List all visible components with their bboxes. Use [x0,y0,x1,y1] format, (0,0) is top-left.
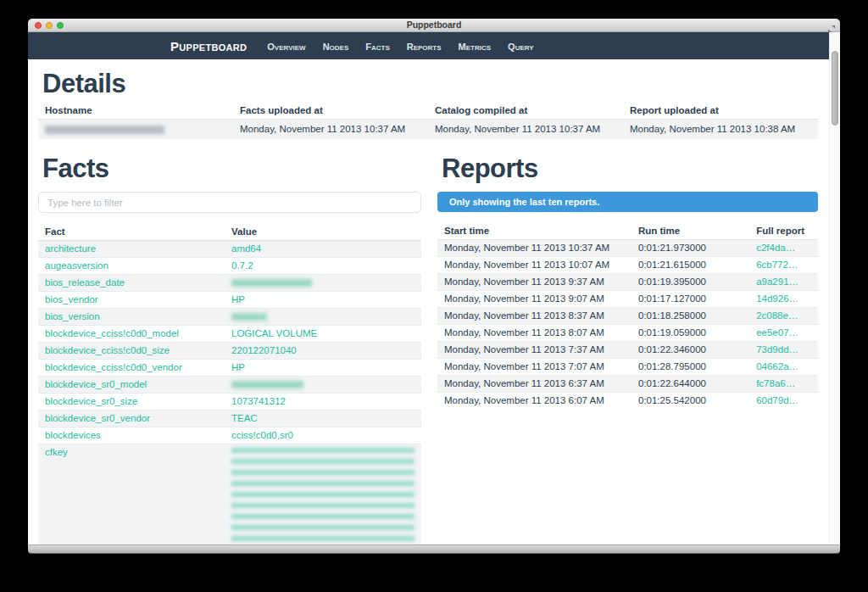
nav-item-overview[interactable]: Overview [267,42,305,52]
report-hash-cell: a9a291… [749,274,818,291]
facts-uploaded-value: Monday, November 11 2013 10:37 AM [233,120,428,140]
full-report-link[interactable]: 2c088e… [756,310,798,321]
full-report-link[interactable]: fc78a6… [756,378,795,388]
fact-value: HP [231,362,245,372]
facts-filter-input[interactable] [38,192,421,213]
report-start-time: Monday, November 11 2013 9:07 AM [437,291,632,308]
fact-link[interactable]: blockdevices [45,430,101,440]
table-row: Monday, November 11 2013 7:37 AM0:01:22.… [437,342,818,359]
zoom-button[interactable] [57,22,64,29]
fact-link[interactable]: bios_release_date [45,277,125,288]
fact-link[interactable]: cfkey [45,447,68,457]
table-row: blockdevice_cciss!c0d0_vendorHP [38,360,421,377]
table-row: Monday, November 11 2013 10:37 AM0:01:21… [437,240,818,257]
nav-item-nodes[interactable]: Nodes [323,42,349,52]
fact-name-cell: augeasversion [38,258,225,275]
nav-item-query[interactable]: Query [508,42,534,52]
fact-name-cell: architecture [38,241,225,258]
fact-link[interactable]: blockdevice_cciss!c0d0_model [45,328,179,338]
report-start-time: Monday, November 11 2013 10:07 AM [437,257,632,274]
facts-table: FactValue architectureamd64augeasversion… [38,223,421,545]
scrollbar [829,32,840,545]
fact-link[interactable]: blockdevice_sr0_model [45,379,147,389]
fact-name-cell: blockdevice_cciss!c0d0_vendor [38,360,225,377]
fact-value-cell: 220122071040 [225,343,421,360]
full-report-link[interactable]: c2f4da… [756,243,795,253]
full-report-link[interactable]: 73d9dd… [756,344,798,355]
fact-value-cell [225,275,421,292]
table-row: Monday, November 11 2013 10:07 AM0:01:21… [437,257,818,274]
nav-list-item: Facts [365,38,390,53]
report-run-time: 0:01:22.644000 [632,376,749,393]
reports-table-body: Monday, November 11 2013 10:37 AM0:01:21… [437,240,818,410]
report-run-time: 0:01:19.395000 [632,274,749,291]
fact-link[interactable]: blockdevice_cciss!c0d0_size [45,345,170,355]
facts-head-row: FactValue [38,223,421,241]
fact-link[interactable]: blockdevice_sr0_size [45,396,137,406]
full-report-link[interactable]: 14d926… [756,293,798,304]
table-row: blockdevice_sr0_model [38,377,421,394]
nav-list-item: Reports [407,38,442,53]
details-heading: Details [42,70,818,98]
full-report-link[interactable]: 04662a… [756,361,798,371]
fact-value-cell: amd64 [225,241,421,258]
fact-link[interactable]: augeasversion [45,260,108,271]
table-row: augeasversion0.7.2 [38,258,421,275]
redacted-hostname [45,126,164,134]
window-title: Puppetboard [28,19,840,31]
nav-list-item: Metrics [459,38,492,53]
full-report-link[interactable]: 60d79d… [756,395,798,405]
nav-item-reports[interactable]: Reports [407,42,442,52]
report-hash-cell: 2c088e… [749,308,818,325]
table-row: Monday, November 11 2013 8:37 AM0:01:18.… [437,308,818,325]
details-col-header: Hostname [38,102,233,120]
redacted-value [231,381,303,388]
fact-link[interactable]: bios_vendor [45,294,98,304]
scrollbar-thumb[interactable] [832,51,838,126]
report-hash-cell: c2f4da… [749,240,818,257]
fact-value: cciss!c0d0,sr0 [231,430,293,440]
hostname-value [38,120,233,140]
report-hash-cell: 60d79d… [749,393,818,410]
window-titlebar[interactable]: Puppetboard [28,19,840,32]
report-run-time: 0:01:19.059000 [632,325,749,342]
fact-value-cell: LOGICAL VOLUME [225,326,421,343]
table-row: bios_release_date [38,275,421,292]
redacted-value-block [231,448,415,543]
fact-value-cell: HP [225,360,421,377]
nav-item-metrics[interactable]: Metrics [459,42,492,52]
navbar-brand[interactable]: Puppetboard [170,39,247,53]
fact-link[interactable]: blockdevice_cciss!c0d0_vendor [45,362,182,372]
nav-list-item: Query [508,38,534,53]
close-button[interactable] [35,22,42,29]
fact-value-cell [225,309,421,326]
fact-value-cell: TEAC [225,410,421,427]
details-table: HostnameFacts uploaded atCatalog compile… [38,102,818,139]
table-row: cfkey [38,444,421,545]
nav-item-facts[interactable]: Facts [365,42,390,52]
nav-list-item: Overview [267,38,305,53]
catalog-compiled-value: Monday, November 11 2013 10:37 AM [428,120,623,140]
report-hash-cell: ee5e07… [749,325,818,342]
fact-link[interactable]: bios_version [45,311,100,321]
table-row: bios_vendorHP [38,292,421,309]
details-col-header: Facts uploaded at [233,102,428,120]
fact-name-cell: blockdevice_cciss!c0d0_model [38,326,225,343]
details-col-header: Report uploaded at [623,102,818,120]
minimize-button[interactable] [46,22,53,29]
fact-link[interactable]: blockdevice_sr0_vendor [45,413,150,423]
table-row: blockdevicescciss!c0d0,sr0 [38,427,421,444]
report-start-time: Monday, November 11 2013 8:37 AM [437,308,632,325]
report-run-time: 0:01:22.346000 [632,342,749,359]
table-row: architectureamd64 [38,241,421,258]
fullscreen-icon[interactable] [827,21,836,30]
details-row: Monday, November 11 2013 10:37 AM Monday… [38,120,818,140]
full-report-link[interactable]: a9a291… [756,276,798,287]
report-hash-cell: 04662a… [749,359,818,376]
fact-link[interactable]: architecture [45,243,96,254]
table-row: Monday, November 11 2013 6:07 AM0:01:25.… [437,393,818,410]
full-report-link[interactable]: 6cb772… [756,260,798,270]
full-report-link[interactable]: ee5e07… [756,327,798,338]
facts-heading: Facts [42,154,421,183]
fact-value-cell: cciss!c0d0,sr0 [225,427,421,444]
